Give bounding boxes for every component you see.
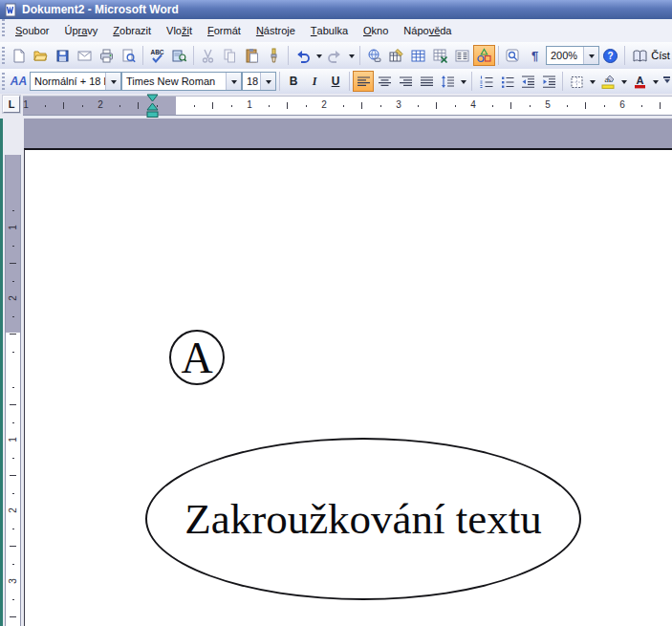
increase-indent-button[interactable] — [538, 71, 559, 92]
toolbar-options-bar — [663, 76, 670, 78]
menu-item-7[interactable]: Tabulka — [303, 19, 356, 42]
zoom-dropdown-button[interactable] — [583, 47, 598, 64]
print-preview-button[interactable] — [118, 45, 140, 66]
font-size-combobox[interactable]: 18 — [242, 72, 276, 91]
ruler-tick — [12, 564, 14, 565]
italic-button[interactable]: I — [304, 71, 325, 92]
menu-item-8[interactable]: Okno — [356, 19, 396, 42]
decrease-indent-button[interactable] — [517, 71, 538, 92]
drawing-button[interactable] — [473, 45, 495, 66]
ruler-tick — [306, 105, 307, 107]
style-combobox[interactable]: Normální + 18 b — [30, 72, 121, 91]
decrease-indent-icon — [520, 74, 536, 90]
ruler-tick — [82, 105, 83, 107]
ruler-number: 3 — [9, 575, 18, 588]
highlight-dropdown-button[interactable] — [618, 71, 629, 92]
research-button[interactable] — [168, 45, 190, 66]
ellipse-shape[interactable]: Zakroužkování textu — [145, 438, 581, 600]
menu-item-6[interactable]: Nástroje — [249, 19, 303, 42]
numbered-list-button[interactable] — [475, 71, 496, 92]
ruler-tick — [567, 105, 568, 107]
show-hide-button[interactable]: ¶ — [524, 45, 546, 66]
chevron-down-icon — [664, 79, 670, 86]
insert-excel-worksheet-button[interactable] — [429, 45, 451, 66]
tab-stop-selector[interactable]: L — [3, 96, 20, 113]
first-line-indent-marker[interactable] — [147, 95, 158, 101]
save-button[interactable] — [52, 45, 74, 66]
line-spacing-button[interactable] — [437, 71, 458, 92]
highlight-button[interactable]: ab — [597, 71, 618, 92]
ruler-number: 6 — [619, 99, 625, 111]
menu-drag-handle[interactable] — [2, 19, 5, 36]
ruler-tick — [530, 105, 531, 107]
circle-shape[interactable]: A — [169, 330, 225, 385]
font-value: Times New Roman — [126, 76, 215, 87]
insert-hyperlink-button[interactable] — [363, 45, 385, 66]
borders-button[interactable] — [566, 71, 587, 92]
menu-item-3[interactable]: Zobrazit — [105, 19, 159, 42]
font-combobox[interactable]: Times New Roman — [121, 72, 242, 91]
bulleted-list-button[interactable] — [496, 71, 517, 92]
menu-item-1[interactable]: Soubor — [8, 19, 56, 42]
separator — [349, 72, 350, 91]
font-color-dropdown-button[interactable] — [650, 71, 661, 92]
dropdown-caret-icon — [316, 54, 322, 61]
align-right-button[interactable] — [395, 71, 416, 92]
print-button[interactable] — [96, 45, 118, 66]
read-label: Číst — [651, 50, 670, 61]
undo-dropdown-button[interactable] — [314, 45, 324, 66]
underline-button[interactable]: U — [325, 71, 346, 92]
menu-item-2[interactable]: Úpravy — [56, 19, 105, 42]
read-book-icon — [632, 48, 648, 64]
style-dropdown-button[interactable] — [105, 73, 120, 90]
bold-button[interactable]: B — [283, 71, 304, 92]
ruler-tick — [231, 105, 232, 107]
align-left-button[interactable] — [353, 71, 374, 92]
copy-button[interactable] — [219, 45, 241, 66]
print-preview-icon — [120, 48, 137, 64]
justify-button[interactable] — [416, 71, 437, 92]
indent-markers[interactable] — [146, 94, 159, 119]
spelling-button[interactable]: ABC — [146, 45, 168, 66]
font-color-button[interactable]: A — [629, 71, 650, 92]
email-button[interactable] — [74, 45, 96, 66]
undo-button[interactable] — [292, 45, 314, 66]
vertical-ruler[interactable]: 121234 — [5, 155, 21, 626]
new-document-button[interactable] — [8, 45, 30, 66]
redo-dropdown-button[interactable] — [346, 45, 357, 66]
menu-item-5[interactable]: Formát — [200, 19, 249, 42]
document-map-button[interactable] — [502, 45, 524, 66]
left-indent-marker[interactable] — [147, 112, 158, 118]
borders-dropdown-button[interactable] — [587, 71, 597, 92]
dropdown-caret-icon — [621, 80, 627, 87]
separator — [279, 72, 280, 91]
font-dropdown-button[interactable] — [226, 73, 241, 90]
line-spacing-dropdown-button[interactable] — [458, 71, 468, 92]
open-button[interactable] — [30, 45, 52, 66]
insert-table-button[interactable] — [407, 45, 429, 66]
formatting-toolbar-drag-handle[interactable] — [2, 73, 5, 90]
redo-button[interactable] — [324, 45, 346, 66]
tables-and-borders-button[interactable] — [385, 45, 407, 66]
menu-item-4[interactable]: Vložit — [159, 19, 200, 42]
format-painter-button[interactable] — [263, 45, 285, 66]
columns-button[interactable] — [451, 45, 473, 66]
standard-toolbar-drag-handle[interactable] — [2, 47, 5, 64]
highlight-icon: ab — [600, 74, 617, 90]
cut-button[interactable] — [197, 45, 219, 66]
read-button[interactable]: Číst — [628, 45, 672, 66]
horizontal-ruler[interactable]: 12123456 — [23, 96, 672, 116]
align-center-button[interactable] — [374, 71, 395, 92]
styles-and-formatting-button[interactable]: AA — [8, 71, 30, 92]
ruler-tick — [10, 404, 16, 405]
align-right-icon — [398, 74, 414, 90]
ruler-number: 1 — [9, 434, 18, 446]
separator — [142, 46, 143, 65]
hanging-indent-marker[interactable] — [147, 103, 158, 110]
font-size-dropdown-button[interactable] — [260, 73, 275, 90]
paste-button[interactable] — [241, 45, 263, 66]
zoom-combobox[interactable]: 200% — [546, 46, 599, 65]
toolbar-options-button[interactable] — [661, 70, 672, 93]
menu-item-9[interactable]: Nápověda — [396, 19, 459, 42]
help-button[interactable]: ? — [599, 45, 621, 66]
